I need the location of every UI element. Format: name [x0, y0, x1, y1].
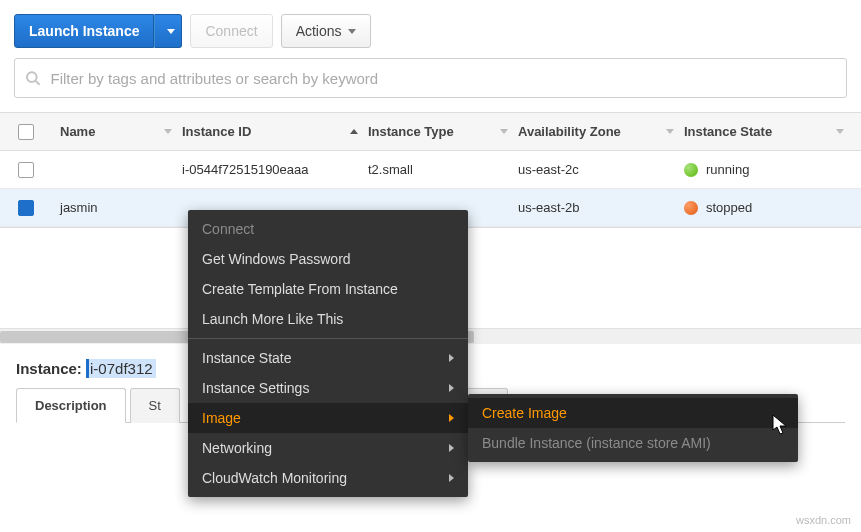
context-submenu-image: Create Image Bundle Instance (instance s… [468, 394, 798, 462]
connect-label: Connect [205, 23, 257, 39]
connect-button: Connect [190, 14, 272, 48]
sort-asc-icon [350, 129, 358, 134]
sort-icon [666, 129, 674, 134]
ctx-launch-more-like-this[interactable]: Launch More Like This [188, 304, 468, 334]
watermark: wsxdn.com [796, 514, 851, 526]
table-row[interactable]: i-0544f72515190eaaa t2.small us-east-2c … [0, 151, 861, 189]
table-header: Name Instance ID Instance Type Availabil… [0, 113, 861, 151]
checkbox-icon [18, 162, 34, 178]
tab-description[interactable]: Description [16, 388, 126, 423]
ctx-connect: Connect [188, 214, 468, 244]
context-menu: Connect Get Windows Password Create Temp… [188, 210, 468, 497]
ctx-cloudwatch-monitoring[interactable]: CloudWatch Monitoring [188, 463, 468, 493]
submenu-arrow-icon [449, 354, 454, 362]
search-bar[interactable] [14, 58, 847, 98]
toolbar: Launch Instance Connect Actions [0, 0, 861, 58]
cell-availability-zone: us-east-2b [518, 200, 684, 215]
actions-button[interactable]: Actions [281, 14, 371, 48]
svg-line-1 [36, 81, 40, 85]
ctx-get-windows-password[interactable]: Get Windows Password [188, 244, 468, 274]
cell-instance-type: t2.small [368, 162, 518, 177]
column-name[interactable]: Name [52, 124, 182, 139]
status-dot-icon [684, 163, 698, 177]
tab-partial-1[interactable]: St [130, 388, 180, 423]
status-dot-icon [684, 201, 698, 215]
ctx-networking[interactable]: Networking [188, 433, 468, 463]
mouse-cursor-icon [772, 414, 790, 436]
instance-label: Instance: [16, 360, 82, 377]
ctx-bundle-instance: Bundle Instance (instance store AMI) [468, 428, 798, 458]
cell-instance-id: i-0544f72515190eaaa [182, 162, 368, 177]
ctx-instance-settings[interactable]: Instance Settings [188, 373, 468, 403]
ctx-image[interactable]: Image [188, 403, 468, 433]
ctx-create-template[interactable]: Create Template From Instance [188, 274, 468, 304]
search-icon [25, 70, 41, 86]
checkbox-checked-icon [18, 200, 34, 216]
launch-instance-dropdown[interactable] [154, 14, 182, 48]
column-instance-type[interactable]: Instance Type [368, 124, 518, 139]
sort-icon [836, 129, 844, 134]
ctx-create-image[interactable]: Create Image [468, 398, 798, 428]
select-all-cell[interactable] [0, 124, 52, 140]
submenu-arrow-icon [449, 384, 454, 392]
sort-icon [164, 129, 172, 134]
launch-instance-button[interactable]: Launch Instance [14, 14, 154, 48]
submenu-arrow-icon [449, 414, 454, 422]
cell-name: jasmin [52, 200, 182, 215]
menu-separator [188, 338, 468, 339]
row-select-cell[interactable] [0, 162, 52, 178]
cell-instance-state: stopped [684, 200, 854, 215]
search-input[interactable] [49, 69, 836, 88]
column-availability-zone[interactable]: Availability Zone [518, 124, 684, 139]
checkbox-icon [18, 124, 34, 140]
cell-availability-zone: us-east-2c [518, 162, 684, 177]
ctx-instance-state[interactable]: Instance State [188, 343, 468, 373]
row-select-cell[interactable] [0, 200, 52, 216]
caret-down-icon [348, 29, 356, 34]
actions-label: Actions [296, 23, 342, 39]
column-instance-id[interactable]: Instance ID [182, 124, 368, 139]
cell-instance-state: running [684, 162, 854, 177]
svg-point-0 [27, 72, 37, 82]
sort-icon [500, 129, 508, 134]
caret-down-icon [167, 29, 175, 34]
submenu-arrow-icon [449, 444, 454, 452]
column-instance-state[interactable]: Instance State [684, 124, 854, 139]
launch-instance-label: Launch Instance [29, 23, 139, 39]
selected-instance-id[interactable]: i-07df312 [86, 359, 156, 378]
submenu-arrow-icon [449, 474, 454, 482]
